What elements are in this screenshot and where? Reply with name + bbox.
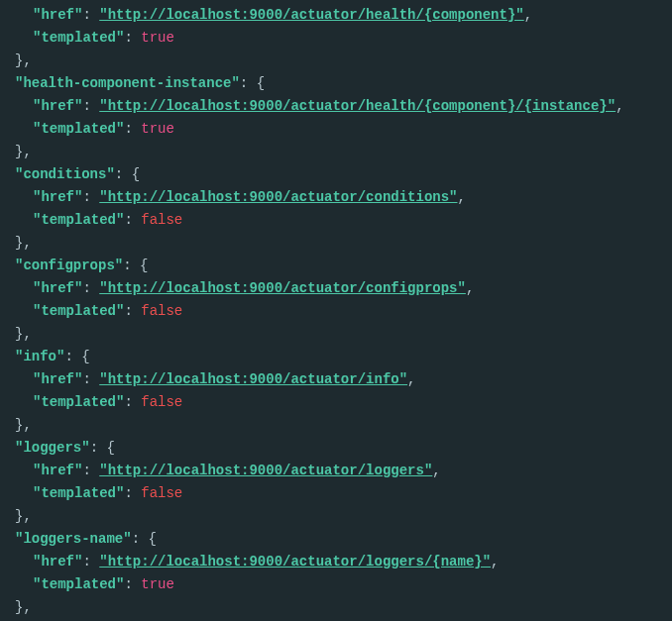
json-key: "conditions" — [15, 166, 115, 182]
json-templated-line: "templated": true — [0, 573, 672, 596]
open-brace: { — [140, 258, 148, 273]
json-key-templated: "templated" — [33, 303, 124, 319]
json-key: "loggers-name" — [15, 531, 132, 547]
json-templated-line: "templated": false — [0, 391, 672, 414]
json-href-line: "href": "http://localhost:9000/actuator/… — [0, 186, 672, 209]
json-templated-line: "templated": false — [0, 482, 672, 505]
json-key-href: "href" — [33, 554, 82, 569]
json-url-link[interactable]: "http://localhost:9000/actuator/health/{… — [99, 7, 523, 23]
json-key-templated: "templated" — [33, 30, 124, 46]
json-templated-line: "templated": true — [0, 27, 672, 50]
json-templated-line: "templated": true — [0, 118, 672, 141]
json-key-href: "href" — [33, 371, 82, 387]
open-brace: { — [81, 349, 89, 364]
json-href-line: "href": "http://localhost:9000/actuator/… — [0, 4, 672, 27]
open-brace: { — [106, 440, 114, 456]
json-key: "configprops" — [15, 258, 123, 273]
json-url-link[interactable]: "http://localhost:9000/actuator/conditio… — [99, 189, 457, 205]
json-key: "info" — [15, 349, 64, 364]
json-url-link[interactable]: "http://localhost:9000/actuator/info" — [99, 371, 407, 387]
open-brace: { — [132, 166, 140, 182]
json-entry-key-line: "health-component-instance": { — [0, 72, 672, 95]
json-close-line: }, — [0, 596, 672, 619]
json-entry-key-line: "configprops": { — [0, 255, 672, 277]
json-key-templated: "templated" — [33, 212, 124, 228]
json-templated-line: "templated": false — [0, 300, 672, 323]
json-entry-key-line: "loggers": { — [0, 437, 672, 460]
json-key-templated: "templated" — [33, 121, 124, 137]
json-entry-key-line: "conditions": { — [0, 163, 672, 186]
json-key-href: "href" — [33, 7, 82, 23]
json-href-line: "href": "http://localhost:9000/actuator/… — [0, 460, 672, 482]
json-key-templated: "templated" — [33, 394, 124, 410]
json-entry-key-line: "info": { — [0, 346, 672, 368]
json-close-line: }, — [0, 141, 672, 163]
json-key: "health-component-instance" — [15, 75, 240, 91]
open-brace: { — [257, 75, 265, 91]
json-close-line: }, — [0, 323, 672, 346]
json-href-line: "href": "http://localhost:9000/actuator/… — [0, 95, 672, 118]
json-href-line: "href": "http://localhost:9000/actuator/… — [0, 368, 672, 391]
json-code-block: "href": "http://localhost:9000/actuator/… — [0, 4, 672, 619]
json-templated-line: "templated": false — [0, 209, 672, 232]
json-key: "loggers" — [15, 440, 90, 456]
open-brace: { — [148, 531, 156, 547]
json-close-line: }, — [0, 50, 672, 72]
json-bool-false: false — [141, 394, 182, 410]
json-url-link[interactable]: "http://localhost:9000/actuator/configpr… — [99, 280, 466, 296]
json-url-link[interactable]: "http://localhost:9000/actuator/loggers" — [99, 463, 432, 478]
json-close-line: }, — [0, 505, 672, 528]
json-bool-true: true — [141, 30, 174, 46]
json-href-line: "href": "http://localhost:9000/actuator/… — [0, 277, 672, 300]
json-entry-key-line: "loggers-name": { — [0, 528, 672, 551]
json-url-link[interactable]: "http://localhost:9000/actuator/loggers/… — [99, 554, 491, 569]
json-bool-true: true — [141, 576, 174, 592]
json-close-line: }, — [0, 232, 672, 255]
json-url-link[interactable]: "http://localhost:9000/actuator/health/{… — [99, 98, 616, 114]
json-key-href: "href" — [33, 98, 82, 114]
json-bool-true: true — [141, 121, 174, 137]
json-close-line: }, — [0, 414, 672, 437]
json-key-href: "href" — [33, 280, 82, 296]
json-key-href: "href" — [33, 463, 82, 478]
json-href-line: "href": "http://localhost:9000/actuator/… — [0, 551, 672, 573]
json-key-href: "href" — [33, 189, 82, 205]
json-key-templated: "templated" — [33, 576, 124, 592]
json-bool-false: false — [141, 212, 182, 228]
json-bool-false: false — [141, 485, 182, 501]
json-key-templated: "templated" — [33, 485, 124, 501]
json-bool-false: false — [141, 303, 182, 319]
